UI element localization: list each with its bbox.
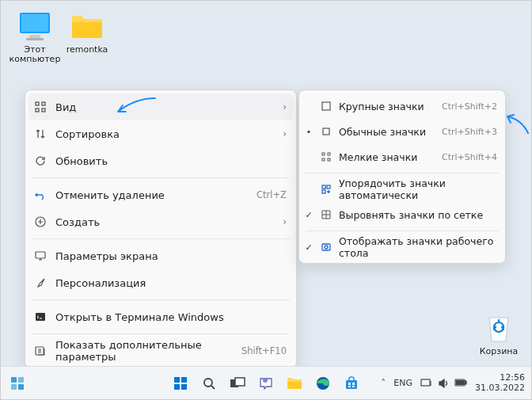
chat-button[interactable] [254, 371, 278, 395]
menu-item-undo[interactable]: Отменить удаление Ctrl+Z [25, 181, 296, 208]
taskbar-widgets-button[interactable] [6, 371, 29, 395]
folder-icon [70, 10, 104, 44]
svg-rect-40 [348, 386, 351, 387]
language-indicator[interactable]: ENG [393, 378, 412, 388]
system-tray[interactable] [420, 378, 467, 388]
brush-icon [33, 276, 48, 290]
submenu-item-large-icons[interactable]: Крупные значки Ctrl+Shift+2 [299, 93, 505, 119]
search-button[interactable] [197, 371, 221, 395]
separator [306, 173, 499, 173]
desktop-icon-folder[interactable]: remontka [59, 10, 115, 55]
desktop-icon-recycle-bin[interactable]: Корзина [471, 312, 526, 356]
submenu-item-small-icons[interactable]: Мелкие значки Ctrl+Shift+4 [299, 144, 505, 170]
svg-rect-18 [322, 185, 325, 189]
svg-rect-33 [235, 378, 245, 386]
svg-rect-3 [26, 38, 44, 40]
start-button[interactable] [169, 371, 192, 395]
menu-item-display-settings[interactable]: Параметры экрана [25, 242, 296, 269]
separator [32, 299, 290, 300]
menu-item-sort[interactable]: Сортировка › [25, 120, 296, 147]
svg-rect-45 [457, 381, 464, 385]
menu-label: Крупные значки [339, 101, 435, 112]
svg-rect-2 [29, 35, 40, 38]
svg-rect-5 [42, 102, 45, 105]
clock-date: 31.03.2022 [475, 383, 525, 394]
svg-rect-25 [11, 384, 17, 390]
svg-rect-28 [181, 377, 187, 383]
menu-item-more-options[interactable]: Показать дополнительные параметры Shift+… [25, 337, 296, 364]
menu-item-terminal[interactable]: Открыть в Терминале Windows [25, 303, 296, 330]
menu-shortcut: Ctrl+Shift+4 [442, 152, 497, 162]
svg-rect-37 [346, 380, 357, 389]
grid-icon [33, 100, 48, 114]
check-mark-checked: ✓ [304, 242, 314, 253]
task-view-button[interactable] [226, 371, 249, 395]
submenu-item-align-grid[interactable]: ✓ Выровнять значки по сетке [299, 202, 505, 227]
svg-rect-41 [352, 386, 355, 387]
radio-mark-selected: • [304, 127, 314, 137]
svg-rect-14 [322, 153, 325, 155]
svg-rect-39 [352, 383, 355, 385]
tray-chevron-up-icon[interactable]: ˄ [381, 378, 386, 389]
submenu-item-medium-icons[interactable]: • Обычные значки Ctrl+Shift+3 [299, 119, 505, 144]
display-icon [33, 249, 48, 263]
menu-label: Упорядочить значки автоматически [339, 177, 497, 201]
svg-point-31 [204, 379, 212, 387]
svg-rect-24 [18, 377, 24, 383]
chevron-right-icon: › [283, 216, 287, 227]
menu-label: Вид [55, 101, 275, 113]
svg-rect-4 [36, 102, 39, 105]
desktop-icon-this-pc[interactable]: Этот компьютер [7, 10, 63, 64]
svg-rect-42 [421, 379, 430, 386]
battery-icon [454, 379, 467, 387]
svg-rect-27 [174, 377, 180, 383]
submenu-item-show-icons[interactable]: ✓ Отображать значки рабочего стола [299, 234, 505, 260]
menu-label: Сортировка [55, 128, 275, 140]
auto-arrange-icon [320, 183, 332, 196]
menu-item-personalize[interactable]: Персонализация [25, 269, 296, 296]
svg-rect-29 [174, 384, 180, 390]
taskbar-clock[interactable]: 12:56 31.03.2022 [475, 373, 525, 393]
svg-rect-15 [328, 153, 330, 155]
separator [306, 230, 499, 231]
monitor-icon [18, 10, 51, 44]
separator [32, 333, 290, 334]
file-explorer-button[interactable] [283, 371, 306, 395]
align-grid-icon [320, 208, 332, 221]
show-icons-icon [320, 241, 332, 253]
svg-rect-12 [322, 102, 330, 110]
menu-shortcut: Ctrl+Shift+2 [442, 101, 497, 112]
menu-item-refresh[interactable]: Обновить [25, 147, 296, 174]
svg-rect-35 [287, 382, 302, 389]
menu-label: Отображать значки рабочего стола [339, 235, 497, 259]
svg-rect-17 [328, 158, 330, 161]
volume-icon [438, 379, 449, 388]
menu-item-new[interactable]: Создать › [25, 208, 296, 235]
desktop-icon-label: Этот компьютер [7, 45, 63, 64]
edge-button[interactable] [311, 371, 335, 395]
menu-label: Создать [55, 216, 275, 228]
svg-rect-19 [327, 185, 330, 189]
desktop-icon-label: Корзина [471, 347, 526, 356]
annotation-arrow-icon [504, 113, 531, 137]
submenu-item-auto-arrange[interactable]: Упорядочить значки автоматически [299, 177, 505, 202]
store-button[interactable] [340, 371, 363, 395]
menu-item-view[interactable]: Вид › [28, 93, 293, 120]
menu-shortcut: Ctrl+Z [256, 189, 287, 200]
desktop-icon-label: remontka [59, 45, 115, 55]
menu-label: Отменить удаление [55, 189, 249, 201]
svg-rect-30 [181, 384, 187, 390]
svg-rect-10 [36, 313, 45, 321]
network-icon [420, 378, 432, 388]
context-menu-main: Вид › Сортировка › Обновить Отменить уда… [25, 90, 297, 368]
refresh-icon [33, 154, 48, 168]
more-options-icon [33, 344, 48, 358]
chevron-right-icon: › [283, 128, 287, 139]
svg-rect-23 [11, 377, 17, 383]
svg-point-22 [325, 246, 328, 249]
medium-icons-icon [320, 125, 332, 138]
separator [32, 238, 290, 239]
svg-rect-7 [42, 109, 45, 112]
taskbar: ˄ ENG 12:56 31.03.2022 [1, 366, 531, 399]
menu-label: Показать дополнительные параметры [55, 339, 234, 363]
